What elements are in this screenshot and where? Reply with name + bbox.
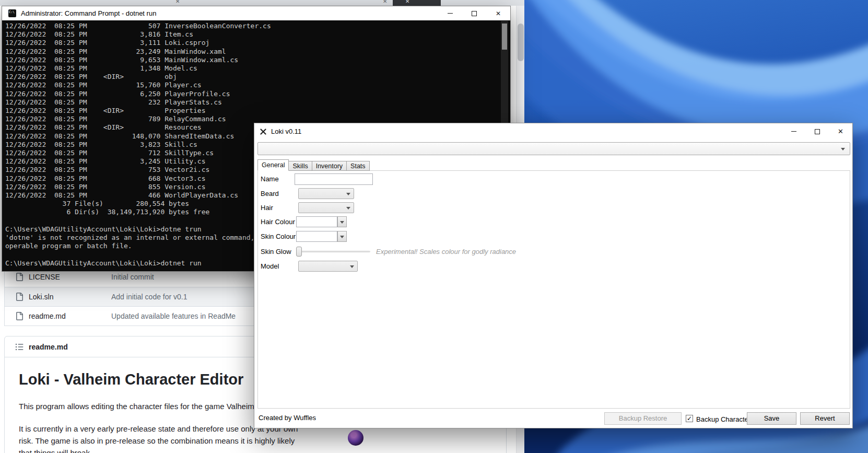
- tab-close-icon[interactable]: ✕: [383, 0, 387, 4]
- backup-character-label: Backup Character: [696, 415, 750, 423]
- close-button[interactable]: ✕: [829, 123, 852, 140]
- slider-thumb[interactable]: [296, 247, 302, 257]
- loki-title-bar[interactable]: Loki v0.11 ✕: [254, 123, 852, 140]
- revert-button[interactable]: Revert: [800, 412, 850, 425]
- backup-restore-button[interactable]: Backup Restore: [604, 412, 682, 425]
- backup-character-checkbox[interactable]: ✓: [686, 415, 693, 422]
- skin-glow-hint: Experimental! Scales colour for godly ra…: [376, 248, 516, 255]
- hair-colour-label: Hair Colour: [261, 218, 295, 226]
- file-icon: [15, 312, 24, 320]
- browser-scrollbar-thumb[interactable]: [518, 24, 524, 61]
- file-name-link[interactable]: readme.md: [29, 312, 66, 320]
- beard-dropdown[interactable]: [298, 188, 354, 199]
- cmd-window-title: Administrator: Command Prompt - dotnet r…: [21, 9, 156, 17]
- file-icon: [15, 273, 24, 281]
- cmd-app-icon: C:\: [8, 9, 16, 17]
- browser-tab-strip[interactable]: ✕ ✕ ✕: [0, 0, 524, 6]
- tab-inventory[interactable]: Inventory: [312, 161, 347, 171]
- cmd-title-bar[interactable]: C:\ Administrator: Command Prompt - dotn…: [2, 6, 510, 20]
- maximize-button[interactable]: [805, 123, 829, 140]
- skin-colour-field[interactable]: [296, 231, 337, 242]
- loki-window-title: Loki v0.11: [271, 127, 301, 135]
- chevron-down-icon: [346, 207, 350, 210]
- minimize-icon: [448, 13, 453, 14]
- hair-dropdown[interactable]: [298, 202, 354, 213]
- close-icon: ✕: [838, 127, 843, 135]
- desktop: ✕ ✕ ✕ LICENSE Initial commit Loki.sln Ad…: [0, 0, 868, 453]
- chevron-down-icon: [346, 193, 350, 195]
- skin-colour-dropdown-button[interactable]: [337, 231, 347, 242]
- chevron-down-icon: [340, 221, 344, 224]
- commit-message-link[interactable]: Updated available features in ReadMe: [111, 312, 236, 320]
- commit-message-link[interactable]: Initial commit: [111, 273, 154, 281]
- file-name-link[interactable]: Loki.sln: [29, 293, 53, 301]
- maximize-icon: [472, 11, 477, 16]
- list-icon: [15, 343, 24, 351]
- loki-window: Loki v0.11 ✕ General Skills Inventory St…: [254, 123, 853, 428]
- readme-filename: readme.md: [29, 343, 68, 351]
- minimize-button[interactable]: [782, 123, 805, 140]
- name-input[interactable]: [295, 173, 373, 185]
- browser-tab-active[interactable]: ✕: [393, 0, 441, 6]
- loki-app-icon: [260, 128, 267, 135]
- hair-label: Hair: [261, 204, 273, 212]
- close-button[interactable]: ✕: [486, 6, 510, 20]
- tab-general[interactable]: General: [257, 159, 289, 171]
- skin-glow-label: Skin Glow: [261, 248, 291, 255]
- tab-close-icon[interactable]: ✕: [405, 0, 409, 4]
- commit-message-link[interactable]: Add initial code for v0.1: [111, 293, 187, 301]
- credit-text: Created by Wuffles: [259, 414, 316, 422]
- model-dropdown[interactable]: [298, 261, 358, 272]
- name-label: Name: [261, 175, 279, 183]
- maximize-button[interactable]: [462, 6, 486, 20]
- file-icon: [15, 293, 24, 301]
- beard-label: Beard: [261, 190, 279, 198]
- hair-colour-dropdown-button[interactable]: [337, 216, 347, 227]
- close-icon: ✕: [496, 10, 501, 17]
- editor-tabs: General Skills Inventory Stats: [257, 159, 369, 171]
- chevron-down-icon: [340, 236, 344, 238]
- hair-colour-field[interactable]: [296, 216, 337, 227]
- minimize-button[interactable]: [438, 6, 462, 20]
- character-select-dropdown[interactable]: [257, 142, 850, 155]
- tab-close-icon[interactable]: ✕: [175, 0, 180, 4]
- tab-skills[interactable]: Skills: [288, 161, 312, 171]
- minimize-icon: [791, 131, 796, 132]
- user-avatar[interactable]: [348, 430, 363, 446]
- tab-stats[interactable]: Stats: [346, 161, 370, 171]
- save-button[interactable]: Save: [747, 412, 796, 425]
- console-scrollbar-thumb[interactable]: [502, 24, 507, 50]
- maximize-icon: [815, 129, 820, 134]
- skin-glow-slider[interactable]: [296, 251, 370, 252]
- chevron-down-icon: [841, 148, 845, 150]
- chevron-down-icon: [350, 265, 354, 268]
- model-label: Model: [261, 262, 279, 270]
- skin-colour-label: Skin Colour: [261, 233, 296, 240]
- file-name-link[interactable]: LICENSE: [29, 273, 60, 281]
